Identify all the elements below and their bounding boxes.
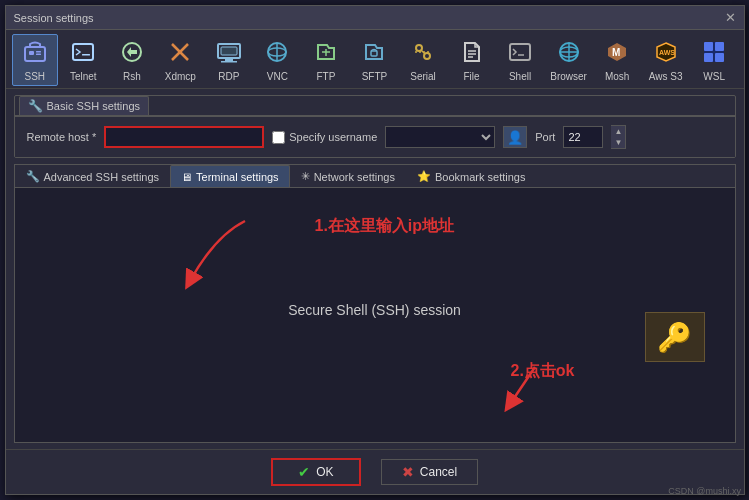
ok-button-label: OK — [316, 465, 333, 479]
svg-rect-10 — [225, 58, 233, 61]
toolbar-item-browser[interactable]: Browser — [545, 34, 592, 86]
port-up-button[interactable]: ▲ — [611, 126, 625, 137]
toolbar-item-ftp[interactable]: FTP — [303, 34, 350, 86]
tab-bookmark[interactable]: ⭐ Bookmark settings — [406, 165, 536, 187]
port-label: Port — [535, 131, 555, 143]
basic-ssh-tab[interactable]: 🔧 Basic SSH settings — [19, 96, 150, 115]
toolbar-item-vnc[interactable]: VNC — [254, 34, 301, 86]
cancel-x-icon: ✖ — [402, 464, 414, 480]
basic-ssh-tab-label: Basic SSH settings — [47, 100, 141, 112]
toolbar-item-awss3[interactable]: AWS Aws S3 — [642, 34, 689, 86]
ftp-label: FTP — [317, 71, 336, 83]
tab-terminal[interactable]: 🖥 Terminal settings — [170, 165, 290, 187]
xdmcp-label: Xdmcp — [165, 71, 196, 83]
mosh-label: Mosh — [605, 71, 629, 83]
toolbar-item-mosh[interactable]: M Mosh — [594, 34, 641, 86]
port-spinner: ▲ ▼ — [611, 125, 626, 149]
annotation-1-text: 1.在这里输入ip地址 — [315, 216, 455, 237]
close-button[interactable]: ✕ — [725, 11, 736, 24]
wsl-icon — [701, 39, 727, 69]
svg-rect-38 — [704, 53, 713, 62]
rdp-icon — [216, 39, 242, 69]
svg-rect-5 — [82, 54, 90, 56]
ok-check-icon: ✔ — [298, 464, 310, 480]
svg-text:M: M — [612, 47, 620, 58]
ok-button[interactable]: ✔ OK — [271, 458, 361, 486]
toolbar-item-file[interactable]: File — [448, 34, 495, 86]
browser-label: Browser — [550, 71, 587, 83]
bookmark-tab-label: Bookmark settings — [435, 171, 525, 183]
browser-icon — [556, 39, 582, 69]
wsl-label: WSL — [703, 71, 725, 83]
svg-rect-39 — [715, 53, 724, 62]
svg-rect-2 — [36, 51, 41, 53]
port-input[interactable] — [563, 126, 603, 148]
terminal-tab-icon: 🖥 — [181, 171, 192, 183]
svg-rect-4 — [73, 44, 93, 60]
user-icon-button[interactable]: 👤 — [503, 126, 527, 148]
mosh-icon: M — [604, 39, 630, 69]
svg-rect-11 — [221, 61, 237, 63]
toolbar-item-rdp[interactable]: RDP — [206, 34, 253, 86]
sftp-icon — [361, 39, 387, 69]
remote-host-label: Remote host * — [27, 131, 97, 143]
settings-tabs-row: 🔧 Advanced SSH settings 🖥 Terminal setti… — [15, 165, 735, 188]
file-label: File — [463, 71, 479, 83]
basic-ssh-body: Remote host * Specify username 👤 Port ▲ … — [15, 116, 735, 157]
ssh-icon — [22, 39, 48, 69]
ssh-label: SSH — [24, 71, 45, 83]
cancel-button-label: Cancel — [420, 465, 457, 479]
toolbar-item-xdmcp[interactable]: Xdmcp — [157, 34, 204, 86]
watermark: CSDN @mushi.xy — [668, 486, 741, 496]
xdmcp-icon — [167, 39, 193, 69]
port-down-button[interactable]: ▼ — [611, 137, 625, 148]
telnet-label: Telnet — [70, 71, 97, 83]
shell-icon — [507, 39, 533, 69]
dialog-footer: ✔ OK ✖ Cancel — [6, 449, 744, 494]
title-bar: Session settings ✕ — [6, 6, 744, 30]
awss3-label: Aws S3 — [649, 71, 683, 83]
toolbar-item-sftp[interactable]: SFTP — [351, 34, 398, 86]
session-settings-window: Session settings ✕ SSH Telnet — [5, 5, 745, 495]
toolbar-item-wsl[interactable]: WSL — [691, 34, 738, 86]
toolbar-item-shell[interactable]: Shell — [497, 34, 544, 86]
serial-icon — [410, 39, 436, 69]
svg-rect-26 — [510, 44, 530, 60]
session-description: Secure Shell (SSH) session — [288, 302, 461, 318]
main-content: 🔧 Basic SSH settings Remote host * Speci… — [6, 89, 744, 449]
tab-advanced-ssh[interactable]: 🔧 Advanced SSH settings — [15, 165, 171, 187]
shell-label: Shell — [509, 71, 531, 83]
telnet-icon — [70, 39, 96, 69]
window-title: Session settings — [14, 12, 94, 24]
terminal-tab-label: Terminal settings — [196, 171, 279, 183]
arrow-1-svg — [175, 216, 265, 296]
svg-rect-37 — [715, 42, 724, 51]
network-tab-icon: ✳ — [301, 170, 310, 183]
remote-host-input[interactable] — [104, 126, 264, 148]
lower-section: 🔧 Advanced SSH settings 🖥 Terminal setti… — [14, 164, 736, 443]
advanced-ssh-tab-icon: 🔧 — [26, 170, 40, 183]
advanced-ssh-tab-label: Advanced SSH settings — [44, 171, 160, 183]
tab-network[interactable]: ✳ Network settings — [290, 165, 406, 187]
svg-rect-18 — [371, 51, 377, 56]
toolbar-item-ssh[interactable]: SSH — [12, 34, 59, 86]
svg-rect-36 — [704, 42, 713, 51]
svg-rect-0 — [25, 47, 45, 61]
annotation-2-text: 2.点击ok — [510, 361, 574, 382]
specify-username-checkbox-label[interactable]: Specify username — [272, 131, 377, 144]
remote-host-row: Remote host * Specify username 👤 Port ▲ … — [27, 125, 723, 149]
vnc-label: VNC — [267, 71, 288, 83]
awss3-icon: AWS — [653, 39, 679, 69]
key-symbol: 🔑 — [657, 321, 692, 354]
username-dropdown[interactable] — [385, 126, 495, 148]
specify-username-checkbox[interactable] — [272, 131, 285, 144]
rsh-icon — [119, 39, 145, 69]
specify-username-label: Specify username — [289, 131, 377, 143]
cancel-button[interactable]: ✖ Cancel — [381, 459, 478, 485]
toolbar-item-rsh[interactable]: Rsh — [109, 34, 156, 86]
toolbar-item-telnet[interactable]: Telnet — [60, 34, 107, 86]
svg-text:AWS: AWS — [659, 49, 675, 56]
file-icon — [459, 39, 485, 69]
toolbar-item-serial[interactable]: Serial — [400, 34, 447, 86]
sftp-label: SFTP — [362, 71, 388, 83]
